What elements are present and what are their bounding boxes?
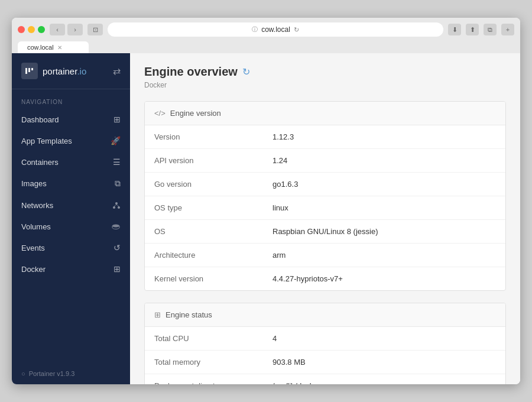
table-row: OS typelinux — [145, 196, 505, 220]
row-label: Kernel version — [145, 267, 263, 291]
app-layout: portainer.io ⇄ NAVIGATION Dashboard ⊞ Ap… — [12, 53, 520, 384]
images-icon: ⧉ — [115, 179, 121, 189]
maximize-button[interactable] — [38, 26, 45, 33]
row-value: arm — [263, 244, 505, 267]
refresh-icon[interactable]: ↻ — [242, 66, 250, 77]
code-icon: </> — [154, 109, 166, 118]
volumes-icon — [111, 222, 121, 231]
row-label: Total CPU — [145, 327, 263, 351]
row-value: 1.24 — [263, 149, 505, 173]
back-button[interactable]: ‹ — [50, 24, 65, 35]
svg-point-3 — [115, 202, 118, 205]
sidebar-item-containers[interactable]: Containers ☰ — [12, 151, 130, 173]
active-tab[interactable]: cow.local ✕ — [18, 41, 89, 53]
sidebar-item-events[interactable]: Events ↺ — [12, 237, 130, 258]
address-bar[interactable]: ⓘ cow.local ↻ — [108, 22, 443, 37]
logo-icon — [21, 63, 38, 79]
page-subtitle: Docker — [144, 81, 506, 89]
browser-window: ‹ › ⊡ ⓘ cow.local ↻ ⬇ ⬆ ⧉ + cow.local ✕ — [12, 18, 520, 384]
logo-text: portainer.io — [43, 66, 86, 76]
table-row: Architecturearm — [145, 244, 505, 267]
browser-chrome: ‹ › ⊡ ⓘ cow.local ↻ ⬇ ⬆ ⧉ + cow.local ✕ — [12, 18, 520, 53]
engine-version-title: Engine version — [170, 109, 221, 118]
portainer-footer-icon: ○ — [21, 370, 25, 377]
minimize-button[interactable] — [28, 26, 35, 33]
row-label: OS — [145, 220, 263, 244]
url-text: cow.local — [261, 25, 290, 34]
engine-version-header: </> Engine version — [145, 102, 505, 125]
volumes-label: Volumes — [21, 222, 51, 231]
add-tab-button[interactable]: + — [501, 24, 514, 35]
sidebar-item-volumes[interactable]: Volumes — [12, 216, 130, 237]
svg-point-4 — [113, 206, 115, 209]
refresh-browser-icon[interactable]: ↻ — [294, 26, 299, 34]
row-value: /var/lib/docker — [263, 374, 505, 385]
address-bar-row: ⓘ cow.local ↻ — [108, 22, 443, 37]
svg-point-5 — [118, 206, 120, 209]
images-label: Images — [21, 179, 47, 188]
forward-button[interactable]: › — [67, 24, 83, 35]
table-row: Version1.12.3 — [145, 125, 505, 149]
svg-rect-0 — [25, 68, 27, 74]
tab-close-icon[interactable]: ✕ — [57, 44, 62, 51]
engine-status-table: Total CPU4Total memory903.8 MBDocker roo… — [145, 327, 505, 384]
dashboard-icon: ⊞ — [113, 115, 121, 124]
table-row: Docker root directory/var/lib/docker — [145, 374, 505, 385]
events-icon: ↺ — [113, 243, 121, 252]
traffic-lights — [18, 26, 45, 33]
row-value: 1.12.3 — [263, 125, 505, 149]
svg-point-8 — [112, 224, 119, 227]
info-icon: ⓘ — [252, 25, 258, 34]
sidebar-item-networks[interactable]: Networks — [12, 194, 130, 216]
new-tab-icon[interactable]: ⧉ — [484, 24, 497, 35]
docker-label: Docker — [21, 265, 46, 274]
row-value: 903.8 MB — [263, 351, 505, 374]
events-label: Events — [21, 244, 45, 252]
docker-icon: ⊞ — [113, 264, 121, 274]
nav-section-label: NAVIGATION — [12, 89, 130, 109]
svg-rect-1 — [28, 68, 30, 72]
sidebar-logo: portainer.io ⇄ — [12, 53, 130, 89]
row-label: OS type — [145, 196, 263, 220]
row-label: API version — [145, 149, 263, 173]
close-button[interactable] — [18, 26, 25, 33]
nav-buttons: ‹ › — [50, 24, 83, 35]
svg-rect-2 — [31, 68, 33, 70]
switch-icon[interactable]: ⇄ — [113, 66, 121, 77]
engine-status-card: ⊞ Engine status Total CPU4Total memory90… — [144, 303, 506, 384]
tab-bar: cow.local ✕ — [18, 41, 514, 53]
engine-version-table: Version1.12.3API version1.24Go versiongo… — [145, 125, 505, 290]
page-header: Engine overview ↻ — [144, 65, 506, 79]
row-value: go1.6.3 — [263, 173, 505, 196]
table-row: Go versiongo1.6.3 — [145, 173, 505, 196]
share-icon[interactable]: ⬆ — [466, 24, 479, 35]
grid-icon: ⊞ — [154, 310, 161, 319]
sidebar-item-dashboard[interactable]: Dashboard ⊞ — [12, 109, 130, 130]
engine-version-card: </> Engine version Version1.12.3API vers… — [144, 101, 506, 291]
row-value: linux — [263, 196, 505, 220]
main-content: Engine overview ↻ Docker </> Engine vers… — [130, 53, 520, 384]
engine-status-title: Engine status — [166, 310, 212, 319]
table-row: Total memory903.8 MB — [145, 351, 505, 374]
svg-line-7 — [116, 205, 119, 206]
row-value: 4 — [263, 327, 505, 351]
page-title: Engine overview — [144, 65, 238, 79]
table-row: Total CPU4 — [145, 327, 505, 351]
engine-status-header: ⊞ Engine status — [145, 303, 505, 327]
row-label: Docker root directory — [145, 374, 263, 385]
networks-label: Networks — [21, 201, 53, 210]
table-row: API version1.24 — [145, 149, 505, 173]
row-label: Total memory — [145, 351, 263, 374]
download-icon[interactable]: ⬇ — [448, 24, 461, 35]
table-row: OSRaspbian GNU/Linux 8 (jessie) — [145, 220, 505, 244]
app-templates-icon: 🚀 — [111, 136, 121, 145]
row-label: Version — [145, 125, 263, 149]
networks-icon — [112, 200, 121, 210]
app-templates-label: App Templates — [21, 137, 72, 145]
svg-line-6 — [114, 205, 116, 206]
sidebar-item-images[interactable]: Images ⧉ — [12, 173, 130, 194]
containers-icon: ☰ — [113, 157, 121, 167]
sidebar-item-docker[interactable]: Docker ⊞ — [12, 258, 130, 280]
sidebar-item-app-templates[interactable]: App Templates 🚀 — [12, 130, 130, 151]
window-layout-button[interactable]: ⊡ — [87, 24, 103, 35]
